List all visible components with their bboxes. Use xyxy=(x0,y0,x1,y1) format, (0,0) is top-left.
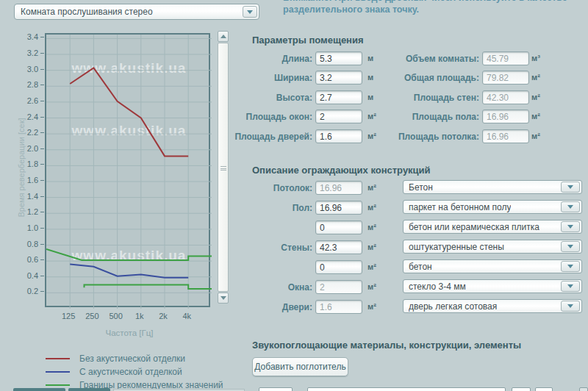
windows-material-select[interactable]: стекло 3-4 мм xyxy=(403,279,582,293)
height-input[interactable] xyxy=(315,90,362,104)
floor-row-label: Пол: xyxy=(235,203,312,213)
selected-material: стекло 3-4 мм xyxy=(409,281,466,292)
doors-material-select[interactable]: дверь легкая сотовая xyxy=(403,299,582,313)
chevron-down-icon[interactable] xyxy=(561,241,580,252)
add-absorber-button[interactable]: Добавить поглотитель xyxy=(252,357,348,376)
width-unit: м xyxy=(368,73,373,82)
selected-material: Бетон xyxy=(409,182,433,193)
floor-area-label: Площадь пола: xyxy=(394,112,479,122)
y-tick-label: 2.8 xyxy=(13,80,38,89)
y-tick-mark xyxy=(40,228,44,229)
windows-area-unit: м² xyxy=(368,112,376,121)
y-tick-label: 2.2 xyxy=(13,128,38,137)
y-tick-mark xyxy=(40,212,44,212)
legend-label: Без акустической отделки xyxy=(79,354,185,364)
chevron-down-icon[interactable] xyxy=(561,221,580,232)
chart-scrollbar[interactable] xyxy=(218,31,229,304)
legend-line-blue xyxy=(46,371,70,373)
room-volume-output xyxy=(482,51,529,65)
y-tick-label: 0.8 xyxy=(13,240,38,248)
series-line xyxy=(70,68,188,156)
y-tick-mark xyxy=(40,101,44,101)
y-tick-label: 2.4 xyxy=(13,112,38,121)
cutoff-button[interactable] xyxy=(535,387,553,391)
input-instructions: Внимание! При вводе дробных чисел исполь… xyxy=(283,0,577,15)
floor2-material-select[interactable]: бетон или керамическая плитка xyxy=(403,220,582,234)
ceiling-row-label: Потолок: xyxy=(235,183,312,193)
y-tick-mark xyxy=(40,244,44,245)
y-tick-label: 2.6 xyxy=(13,96,38,105)
chevron-down-icon[interactable] xyxy=(561,201,580,212)
room-type-value: Комната прослушивания стерео xyxy=(21,4,241,19)
chevron-down-icon[interactable] xyxy=(561,182,580,193)
y-tick-label: 1.4 xyxy=(13,192,38,201)
ceiling-area-output xyxy=(482,129,529,143)
y-tick-label: 3.2 xyxy=(13,49,38,57)
scroll-down-button[interactable] xyxy=(218,293,229,304)
room-volume-label: Объем комнаты: xyxy=(394,54,479,64)
scroll-up-button[interactable] xyxy=(218,31,229,42)
cutoff-button[interactable] xyxy=(13,388,65,391)
y-tick-label: 1.8 xyxy=(13,159,38,168)
y-tick-label: 0.4 xyxy=(13,271,38,280)
absorber-area-input-partial[interactable] xyxy=(259,387,293,391)
legend-line-red xyxy=(46,358,70,359)
y-tick-label: 3.4 xyxy=(13,32,38,41)
walls-area-output xyxy=(482,90,529,104)
x-tick-label: 250 xyxy=(79,312,104,320)
total-area-unit: м² xyxy=(531,73,540,82)
scrollbar-thumb[interactable] xyxy=(218,43,229,292)
series-line xyxy=(46,249,212,260)
floor-area-field[interactable] xyxy=(315,201,362,215)
ceiling-material-select[interactable]: Бетон xyxy=(403,180,582,194)
walls-area-field[interactable] xyxy=(315,240,362,254)
doors-area-input[interactable] xyxy=(315,129,362,143)
chevron-down-icon[interactable] xyxy=(561,261,580,272)
selected-material: дверь легкая сотовая xyxy=(409,301,497,312)
unit-label: м² xyxy=(368,282,376,291)
ceiling-area-unit: м² xyxy=(531,132,540,140)
absorber-material-select-partial[interactable] xyxy=(307,387,506,391)
chevron-down-icon[interactable] xyxy=(561,281,580,292)
floor2-area-field[interactable] xyxy=(315,220,362,234)
floor-material-select[interactable]: паркет на бетонном полу xyxy=(403,200,582,214)
unit-label: м² xyxy=(368,183,376,192)
series-line xyxy=(85,285,212,289)
unit-label: м² xyxy=(368,203,376,212)
selected-material: оштукатуренные стены xyxy=(409,242,504,252)
cutoff-button[interactable] xyxy=(512,387,531,391)
doors-area-field xyxy=(315,300,362,314)
selected-material: бетон xyxy=(409,262,432,272)
x-tick-label: 2k xyxy=(151,312,176,320)
unit-label: м² xyxy=(368,243,376,251)
walls-material-select[interactable]: оштукатуренные стены xyxy=(403,240,582,254)
doors-area-unit: м² xyxy=(368,132,376,140)
x-axis-title: Частота [Гц] xyxy=(71,329,188,337)
length-unit: м xyxy=(368,54,373,62)
acoustic-calculator-page: Комната прослушивания стерео Внимание! П… xyxy=(0,0,588,391)
walls-area-unit: м² xyxy=(531,93,540,101)
y-tick-mark xyxy=(40,132,44,133)
length-input[interactable] xyxy=(315,51,362,65)
room-type-select[interactable]: Комната прослушивания стерео xyxy=(14,4,259,20)
floor-area-output xyxy=(482,110,529,123)
section-heading-absorbers: Звукопоглощающие материалы, конструкции,… xyxy=(252,340,521,351)
windows-area-input[interactable] xyxy=(315,110,362,123)
y-tick-label: 0.6 xyxy=(13,255,38,264)
chevron-down-icon[interactable] xyxy=(561,301,580,312)
instruction-line-2: разделительного знака точку. xyxy=(283,4,577,15)
cutoff-button[interactable] xyxy=(68,388,110,391)
selected-material: бетон или керамическая плитка xyxy=(409,222,539,232)
y-tick-mark xyxy=(40,85,44,85)
walls2-area-field[interactable] xyxy=(315,260,362,274)
walls2-material-select[interactable]: бетон xyxy=(403,259,582,273)
width-input[interactable] xyxy=(315,71,362,85)
y-tick-mark xyxy=(40,164,44,165)
y-tick-mark xyxy=(40,196,44,197)
y-tick-label: 0.2 xyxy=(13,287,38,295)
chevron-down-icon[interactable] xyxy=(243,6,257,18)
unit-label: м² xyxy=(368,223,376,232)
windows-area-label: Площадь окон: xyxy=(232,112,312,122)
section-heading-room-params: Параметры помещения xyxy=(252,35,364,46)
cutoff-scrollbar[interactable] xyxy=(579,387,588,391)
